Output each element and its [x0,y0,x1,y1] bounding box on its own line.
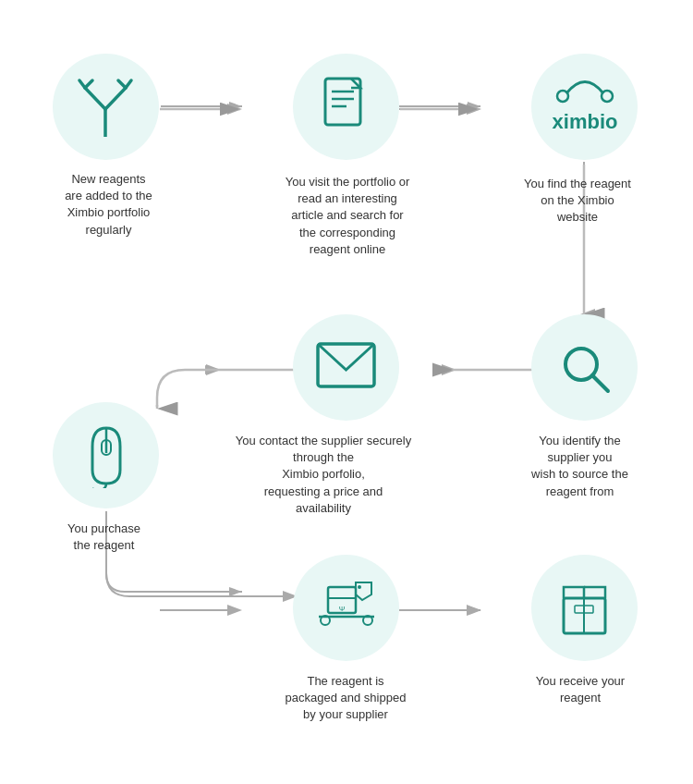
circle-8 [531,555,638,661]
document-icon [321,77,371,137]
svg-rect-25 [325,79,360,125]
label-4: You identify thesupplier youwish to sour… [494,433,665,500]
svg-line-24 [126,80,131,88]
svg-text:ximbio: ximbio [552,110,617,133]
label-8: You receive yourreagent [492,673,668,706]
email-icon [316,342,376,393]
circle-6 [53,402,159,508]
svg-text:Ψ: Ψ [338,605,345,613]
circle-1 [53,54,159,160]
label-6: You purchasethe reagent [18,521,189,554]
shipping-icon: Ψ [314,578,379,638]
label-7: The reagent ispackaged and shippedby you… [236,673,456,724]
mouse-icon [79,423,134,488]
circle-2 [293,54,399,160]
box-icon [554,578,614,638]
diagram: arrow --> C2(375,118) --> arrow --> C3(6… [0,0,693,784]
svg-line-33 [592,375,608,391]
circle-5 [293,314,399,421]
svg-line-22 [85,80,92,88]
label-2: You visit the portfolio orread an intere… [240,174,455,258]
search-icon [557,340,613,396]
svg-point-29 [557,91,568,102]
label-5: You contact the supplier securelythrough… [213,433,434,517]
antibody-icon [76,77,136,137]
svg-point-30 [602,91,613,102]
circle-7: Ψ [293,555,399,661]
label-1: New reagentsare added to theXimbio portf… [23,171,194,239]
circle-3: ximbio [531,54,638,160]
label-3: You find the reagenton the Ximbiowebsite [490,176,665,227]
ximbio-logo: ximbio [548,66,622,148]
svg-point-43 [358,585,361,589]
svg-line-19 [85,88,105,109]
svg-line-20 [105,88,126,109]
circle-4 [531,314,638,421]
